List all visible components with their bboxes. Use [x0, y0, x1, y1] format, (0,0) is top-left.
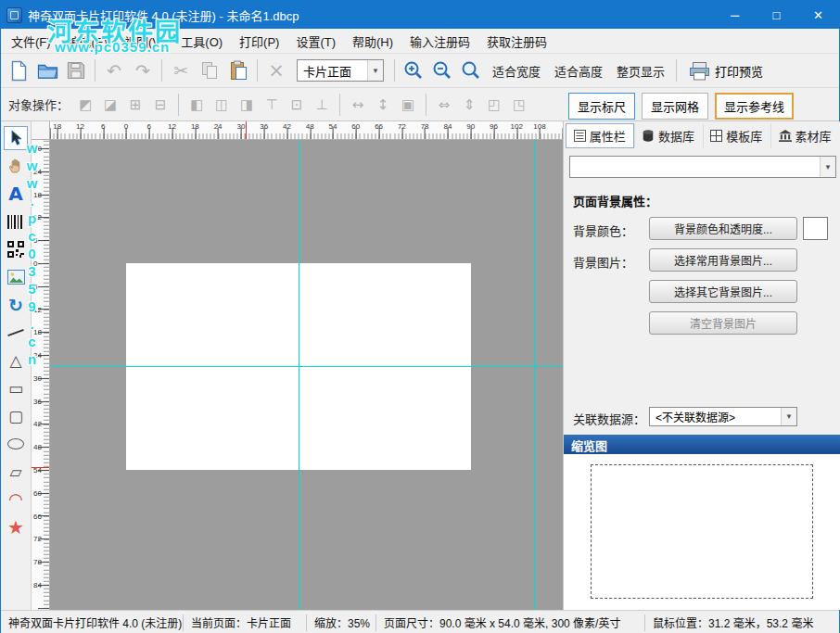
same-size-icon[interactable]: ▣	[397, 94, 419, 116]
space-evenly-v-icon[interactable]: ⇕	[458, 94, 480, 116]
open-folder-icon	[37, 62, 58, 80]
bg-color-button[interactable]: 背景颜色和透明度...	[649, 217, 797, 240]
same-width-icon[interactable]: ↔	[347, 94, 369, 116]
tab-database[interactable]: 数据库	[634, 123, 703, 148]
qrcode-tool[interactable]	[4, 237, 28, 261]
image-tool[interactable]	[4, 265, 28, 289]
tab-properties[interactable]: 属性栏	[566, 123, 634, 148]
clear-bg-button[interactable]: 清空背景图片	[649, 311, 797, 335]
page-selector[interactable]: 卡片正面 ▼	[297, 59, 384, 82]
menu-item[interactable]: 获取注册码	[478, 29, 555, 54]
ruler-label: 30	[33, 145, 42, 153]
guide-line-horizontal[interactable]	[50, 366, 563, 367]
show-guides-toggle[interactable]: 显示参考线	[715, 93, 794, 120]
object-toolbar: 对象操作： ◩◪⊞⊟◧◫◨⊤⊡⊥↔↕▣⇔⇕◰◳ 显示标尺 显示网格 显示参考线	[1, 88, 839, 121]
zoom-in-button[interactable]	[400, 57, 427, 83]
menu-item[interactable]: 输入注册码	[401, 29, 478, 54]
menu-item[interactable]: 设置(T)	[287, 29, 344, 54]
same-height-icon[interactable]: ↕	[372, 94, 394, 116]
thumbnail-card-box[interactable]	[591, 464, 813, 599]
cut-button[interactable]: ✂	[167, 57, 195, 83]
line-tool[interactable]	[4, 321, 28, 345]
break-combine-icon[interactable]: ◪	[99, 94, 121, 116]
choose-common-bg-button[interactable]: 选择常用背景图片...	[649, 248, 797, 272]
send-back-icon[interactable]: ◳	[508, 94, 530, 116]
database-icon	[642, 130, 655, 143]
menu-item[interactable]: 帮助(H)	[344, 29, 401, 54]
bg-color-swatch[interactable]	[803, 217, 828, 240]
zoom-area-button[interactable]	[457, 57, 485, 83]
ungroup-icon[interactable]: ⊟	[149, 94, 172, 116]
ellipse-tool[interactable]	[4, 432, 28, 456]
align-bottom-icon[interactable]: ⊥	[311, 94, 333, 116]
menu-item[interactable]: 编辑(E)	[59, 29, 116, 54]
show-ruler-toggle[interactable]: 显示标尺	[568, 93, 635, 120]
minimize-button[interactable]: ─	[714, 1, 756, 29]
zoom-out-button[interactable]	[428, 57, 456, 83]
bg-image-label: 背景图片：	[573, 253, 633, 271]
ruler-label: 78	[33, 558, 42, 566]
space-evenly-h-icon[interactable]: ⇔	[433, 94, 455, 116]
ruler-label: 90	[466, 122, 475, 131]
save-button[interactable]	[62, 57, 90, 83]
rectangle-tool[interactable]: ▭	[4, 376, 28, 400]
fit-page-button[interactable]: 整页显示	[610, 57, 671, 84]
vertical-ruler[interactable]: 3024181260612182430364248546066727884	[32, 140, 50, 610]
star-tool[interactable]: ★	[4, 515, 28, 539]
fit-height-button[interactable]: 适合高度	[548, 57, 609, 84]
group-icon[interactable]: ⊞	[124, 94, 146, 116]
align-top-icon[interactable]: ⊤	[261, 94, 283, 116]
horizontal-ruler[interactable]: 1812606121824303642485460667278849096102…	[50, 121, 563, 140]
pan-tool[interactable]	[4, 154, 28, 178]
save-icon	[67, 61, 85, 80]
triangle-tool[interactable]: △	[4, 348, 28, 373]
ruler-label: 60	[351, 122, 360, 131]
object-selector[interactable]: ▼	[569, 156, 836, 178]
canvas[interactable]	[50, 140, 563, 610]
fit-width-button[interactable]: 适合宽度	[486, 57, 547, 84]
close-button[interactable]: ✕	[797, 1, 839, 29]
align-right-icon[interactable]: ◨	[235, 94, 258, 116]
copy-button[interactable]	[196, 57, 223, 83]
barcode-tool[interactable]	[4, 209, 28, 234]
menu-item[interactable]: 文件(F)	[3, 29, 59, 54]
align-middle-icon[interactable]: ⊡	[286, 94, 308, 116]
printer-icon	[689, 61, 710, 81]
paste-icon	[229, 60, 248, 81]
guide-line-vertical[interactable]	[534, 140, 535, 610]
maximize-button[interactable]: □	[756, 1, 797, 29]
tab-materials[interactable]: 素材库	[770, 123, 839, 148]
choose-other-bg-button[interactable]: 选择其它背景图片...	[649, 280, 797, 303]
ruler-label: 18	[53, 122, 61, 131]
ruler-label: 6	[33, 236, 37, 245]
window-controls: ─ □ ✕	[714, 1, 839, 29]
show-grid-toggle[interactable]: 显示网格	[642, 93, 708, 120]
ruler-label: 102	[511, 122, 523, 131]
delete-button[interactable]: ×	[262, 57, 290, 83]
tab-templates[interactable]: 模板库	[703, 123, 771, 148]
align-center-icon[interactable]: ◫	[210, 94, 233, 116]
arc-tool[interactable]: ◠	[4, 487, 28, 512]
undo-button[interactable]: ↶	[100, 57, 128, 83]
select-tool[interactable]	[4, 126, 28, 150]
rounded-rect-tool[interactable]: ▢	[4, 404, 28, 428]
ruler-label: 24	[33, 167, 42, 175]
datasource-selector[interactable]: <不关联数据源> ▼	[649, 407, 797, 426]
open-button[interactable]	[33, 57, 61, 83]
align-left-icon[interactable]: ◧	[185, 94, 208, 116]
view-toggles: 显示标尺 显示网格 显示参考线	[568, 93, 794, 120]
redo-button[interactable]: ↷	[129, 57, 157, 83]
text-tool[interactable]: A	[4, 182, 28, 206]
app-icon	[6, 7, 22, 23]
parallelogram-tool[interactable]: ▱	[4, 460, 28, 484]
paste-button[interactable]	[224, 57, 252, 83]
menu-item[interactable]: 打印(P)	[231, 29, 287, 54]
combine-icon[interactable]: ◩	[74, 94, 96, 116]
rotate-tool[interactable]: ↻	[4, 293, 28, 317]
guide-line-vertical[interactable]	[299, 140, 299, 610]
print-preview-button[interactable]: 打印预览	[681, 58, 770, 83]
bring-front-icon[interactable]: ◰	[483, 94, 505, 116]
new-button[interactable]	[5, 57, 32, 83]
menu-item[interactable]: 工具(O)	[172, 29, 231, 54]
menu-item[interactable]: 视图(V)	[116, 29, 172, 54]
